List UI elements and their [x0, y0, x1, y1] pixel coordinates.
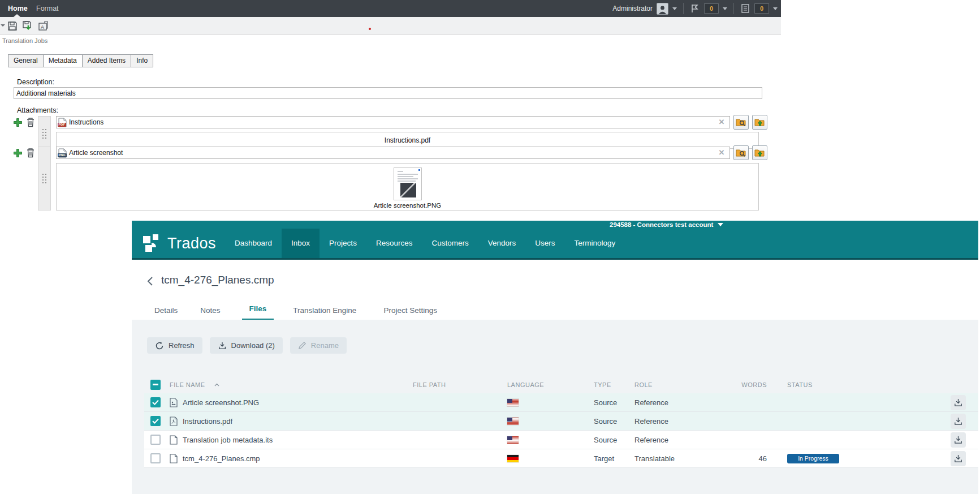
file-words [725, 431, 770, 449]
us-flag-icon [507, 418, 519, 425]
document-tabs: General Metadata Added Items Info [8, 54, 153, 67]
main-navigation: Trados Dashboard Inbox Projects Resource… [132, 229, 980, 260]
image-file-icon [170, 398, 178, 407]
cursor-artifact [369, 28, 371, 30]
checklist-icon[interactable] [740, 3, 750, 14]
table-row[interactable]: Translation job metadata.its Source Refe… [144, 431, 978, 449]
download-selected-button[interactable]: Download (2) [210, 337, 283, 354]
tab-added-items[interactable]: Added Items [82, 54, 131, 67]
tab-translation-engine[interactable]: Translation Engine [286, 306, 364, 320]
refresh-button[interactable]: Refresh [147, 337, 202, 354]
tab-files[interactable]: Files [242, 304, 274, 320]
clear-attachment-icon[interactable]: ✕ [717, 118, 726, 127]
column-language[interactable]: LANGUAGE [498, 381, 594, 388]
column-file-name[interactable]: FILE NAME [170, 381, 205, 388]
attachment-file-box[interactable]: Article screenshot.PNG [56, 163, 759, 211]
tab-general[interactable]: General [8, 54, 43, 67]
divider [683, 3, 684, 14]
status-badge: In Progress [787, 454, 839, 463]
back-icon[interactable] [147, 276, 155, 286]
text-window-icon[interactable]: A [36, 19, 50, 33]
drag-handle[interactable] [38, 147, 51, 211]
queue-counter-caret-icon[interactable] [773, 7, 778, 10]
download-file-button[interactable] [951, 414, 966, 429]
file-words [725, 393, 770, 411]
attachment-title-field[interactable]: PDF Instructions [56, 116, 730, 128]
tab-details[interactable]: Details [147, 306, 185, 320]
download-icon [953, 454, 963, 463]
clear-attachment-icon[interactable]: ✕ [717, 148, 726, 157]
table-row[interactable]: Instructions.pdf Source Reference [144, 412, 978, 431]
attachment-row: PNG Article screenshot ✕ [0, 147, 781, 211]
file-name[interactable]: Article screenshot.PNG [183, 398, 259, 407]
tab-info[interactable]: Info [131, 54, 153, 67]
file-name[interactable]: Translation job metadata.its [183, 436, 273, 444]
browse-item-icon[interactable] [733, 115, 749, 130]
attachment-title-field[interactable]: PNG Article screenshot [56, 147, 730, 159]
column-type[interactable]: TYPE [594, 381, 634, 388]
download-file-button[interactable] [951, 432, 966, 448]
brand-name: Trados [167, 235, 216, 252]
file-name[interactable]: Instructions.pdf [183, 417, 232, 426]
nav-customers[interactable]: Customers [422, 229, 478, 258]
rename-button[interactable]: Rename [290, 337, 347, 354]
description-input[interactable] [14, 87, 762, 99]
browse-item-icon[interactable] [733, 145, 749, 160]
upload-file-icon[interactable] [752, 115, 767, 130]
add-attachment-icon[interactable] [11, 147, 24, 159]
queue-counter[interactable]: 0 [754, 3, 769, 14]
upload-file-icon[interactable] [752, 145, 767, 160]
nav-resources[interactable]: Resources [366, 229, 422, 258]
add-attachment-icon[interactable] [11, 116, 24, 128]
user-avatar-icon[interactable] [657, 3, 668, 15]
column-status[interactable]: STATUS [770, 381, 923, 388]
nav-inbox[interactable]: Inbox [282, 229, 320, 258]
file-name[interactable]: tcm_4-276_Planes.cmp [183, 454, 260, 463]
document-file-icon [170, 454, 178, 463]
download-file-button[interactable] [951, 395, 966, 410]
delete-attachment-icon[interactable] [24, 116, 37, 128]
nav-projects[interactable]: Projects [320, 229, 366, 258]
svg-text:A: A [41, 24, 44, 30]
file-role: Reference [634, 431, 725, 449]
flag-counter-caret-icon[interactable] [723, 7, 727, 10]
row-checkbox[interactable] [150, 397, 161, 407]
delete-attachment-icon[interactable] [24, 147, 37, 159]
column-role[interactable]: ROLE [634, 381, 725, 388]
tab-project-settings[interactable]: Project Settings [376, 306, 444, 320]
toolbar-overflow-caret-icon[interactable] [1, 24, 5, 27]
nav-terminology[interactable]: Terminology [565, 229, 625, 258]
tab-metadata[interactable]: Metadata [43, 54, 82, 67]
save-icon[interactable] [6, 19, 19, 33]
drag-handle[interactable] [38, 116, 51, 151]
nav-dashboard[interactable]: Dashboard [225, 229, 282, 258]
document-file-icon [170, 435, 178, 445]
nav-users[interactable]: Users [525, 229, 564, 258]
quick-access-toolbar: A [0, 17, 781, 35]
account-selector[interactable]: 294588 - Connectors test account [610, 221, 723, 229]
select-all-checkbox[interactable] [150, 380, 161, 390]
trados-logo[interactable]: Trados [143, 234, 216, 253]
save-and-close-icon[interactable] [21, 19, 34, 33]
column-words[interactable]: WORDS [725, 381, 770, 388]
tab-notes[interactable]: Notes [193, 306, 227, 320]
sort-ascending-icon [214, 383, 219, 386]
table-row[interactable]: Article screenshot.PNG Source Reference [144, 393, 978, 412]
ribbon-tab-format[interactable]: Format [31, 0, 64, 17]
row-checkbox[interactable] [150, 453, 161, 463]
flag-icon[interactable] [690, 3, 700, 14]
screen: Home Format Administrator 0 0 [0, 0, 980, 494]
row-checkbox[interactable] [150, 416, 161, 426]
download-file-button[interactable] [951, 451, 966, 466]
de-flag-icon [507, 455, 519, 462]
table-row[interactable]: tcm_4-276_Planes.cmp Target Translatable… [144, 449, 978, 468]
page-title: tcm_4-276_Planes.cmp [161, 274, 274, 286]
attachment-thumbnail[interactable] [394, 167, 422, 200]
flag-counter[interactable]: 0 [704, 3, 719, 14]
row-checkbox[interactable] [150, 435, 161, 445]
trados-window: 294588 - Connectors test account Trados … [132, 221, 980, 494]
trados-logo-icon [143, 234, 162, 253]
column-file-path[interactable]: FILE PATH [404, 381, 498, 388]
user-menu-caret-icon[interactable] [672, 7, 677, 10]
nav-vendors[interactable]: Vendors [478, 229, 526, 258]
